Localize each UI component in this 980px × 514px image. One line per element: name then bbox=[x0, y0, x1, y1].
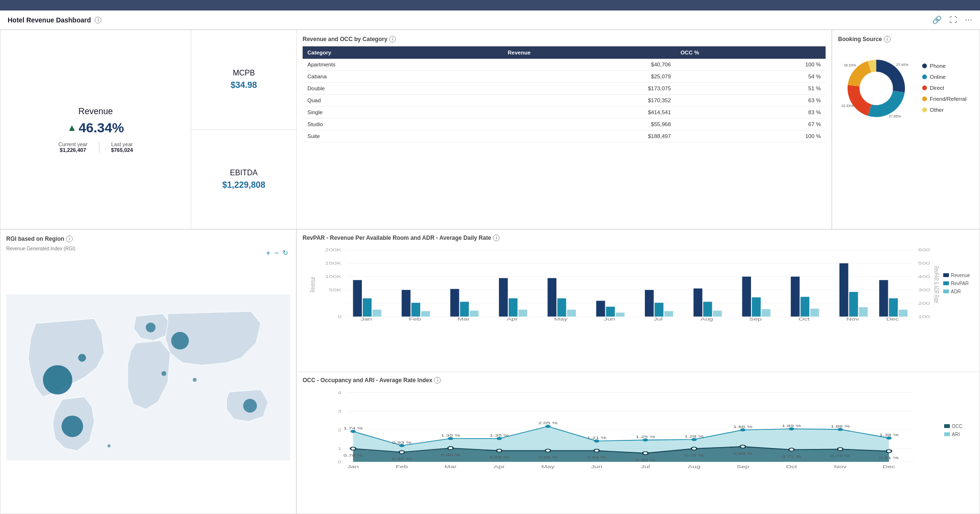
expand-icon[interactable]: ⛶ bbox=[949, 16, 957, 24]
svg-point-94 bbox=[497, 437, 502, 439]
cell-category: Suite bbox=[303, 130, 503, 142]
link-icon[interactable]: 🔗 bbox=[932, 15, 942, 24]
svg-rect-59 bbox=[664, 311, 673, 316]
header: Hotel Revenue Dashboard i 🔗 ⛶ ⋯ bbox=[0, 11, 980, 30]
mcpb-label: MCPB bbox=[233, 69, 255, 77]
info-icon-occ[interactable]: i bbox=[434, 377, 441, 384]
svg-text:0.76 %: 0.76 % bbox=[343, 453, 362, 457]
more-icon[interactable]: ⋯ bbox=[965, 15, 972, 24]
svg-text:1.35 %: 1.35 % bbox=[441, 433, 460, 437]
legend-ari: ARI bbox=[944, 432, 970, 437]
cell-category: Apartments bbox=[303, 59, 503, 71]
svg-text:0.61 %: 0.61 % bbox=[879, 456, 898, 460]
last-year-label: Last year bbox=[111, 141, 133, 147]
svg-text:500: 500 bbox=[918, 261, 930, 266]
svg-text:0.93 %: 0.93 % bbox=[392, 440, 411, 444]
svg-rect-45 bbox=[499, 278, 508, 317]
svg-text:400: 400 bbox=[918, 275, 930, 279]
info-icon-revpar[interactable]: i bbox=[493, 235, 500, 241]
svg-point-124 bbox=[789, 448, 794, 451]
donut-segment-direct[interactable] bbox=[848, 85, 871, 116]
cell-occ: 63 % bbox=[675, 95, 826, 107]
svg-point-95 bbox=[545, 425, 551, 428]
svg-rect-54 bbox=[606, 307, 615, 317]
legend-revpar: RevPAR bbox=[943, 281, 970, 286]
table-row: Cabana$25,07954 % bbox=[303, 71, 826, 83]
svg-rect-43 bbox=[470, 311, 479, 316]
svg-point-98 bbox=[691, 438, 697, 440]
svg-point-92 bbox=[399, 444, 404, 447]
svg-text:Jun: Jun bbox=[604, 317, 615, 321]
col-occ: OCC % bbox=[675, 46, 826, 59]
svg-rect-34 bbox=[363, 298, 371, 316]
svg-text:27.40%: 27.40% bbox=[896, 63, 909, 67]
svg-text:Dec: Dec bbox=[886, 317, 899, 321]
revpar-section: RevPAR - Revenue Per Available Room and … bbox=[297, 230, 980, 372]
svg-point-100 bbox=[789, 427, 794, 430]
cell-revenue: $188,497 bbox=[503, 130, 675, 142]
svg-text:Feb: Feb bbox=[396, 464, 408, 469]
cell-occ: 67 % bbox=[675, 118, 826, 130]
info-icon-map[interactable]: i bbox=[66, 236, 73, 242]
svg-text:1.25 %: 1.25 % bbox=[636, 434, 655, 438]
svg-rect-71 bbox=[810, 309, 819, 317]
svg-rect-35 bbox=[372, 310, 381, 316]
svg-text:1.21 %: 1.21 % bbox=[587, 435, 606, 439]
svg-point-126 bbox=[886, 450, 892, 452]
svg-text:1.88 %: 1.88 % bbox=[830, 424, 849, 428]
svg-rect-77 bbox=[879, 280, 888, 316]
svg-text:Oct: Oct bbox=[786, 464, 797, 469]
table-row: Suite$188,497100 % bbox=[303, 130, 826, 142]
svg-rect-67 bbox=[762, 309, 770, 316]
revpar-svg: 200K 150K 100K 50K 0 Revenue 600 500 400… bbox=[303, 245, 939, 321]
table-row: Double$173,07551 % bbox=[303, 83, 826, 95]
svg-point-118 bbox=[497, 449, 502, 452]
info-icon-booking[interactable]: i bbox=[884, 36, 891, 43]
legend-revenue: Revenue bbox=[943, 273, 970, 278]
revenue-pct-value: 46.34% bbox=[78, 120, 124, 136]
cell-revenue: $55,968 bbox=[503, 118, 675, 130]
cell-category: Single bbox=[303, 107, 503, 118]
svg-text:Aug: Aug bbox=[688, 464, 700, 469]
svg-text:0.57 %: 0.57 % bbox=[392, 457, 411, 460]
svg-text:0.80 %: 0.80 % bbox=[441, 452, 460, 456]
donut-segment-online[interactable] bbox=[868, 91, 904, 117]
zoom-in-icon[interactable]: + bbox=[266, 249, 270, 257]
svg-rect-50 bbox=[557, 298, 566, 316]
revpar-chart: 200K 150K 100K 50K 0 Revenue 600 500 400… bbox=[303, 245, 974, 321]
map-title: RGI based on Region i bbox=[6, 236, 290, 242]
svg-rect-41 bbox=[450, 289, 459, 317]
svg-point-11 bbox=[108, 444, 110, 447]
svg-rect-70 bbox=[801, 297, 809, 316]
svg-text:Jan: Jan bbox=[360, 317, 372, 321]
zoom-out-icon[interactable]: − bbox=[274, 249, 279, 257]
cell-revenue: $170,352 bbox=[503, 95, 675, 107]
cell-occ: 83 % bbox=[675, 107, 826, 118]
svg-text:2: 2 bbox=[338, 428, 342, 432]
svg-point-9 bbox=[162, 371, 166, 376]
svg-text:Oct: Oct bbox=[798, 317, 810, 321]
refresh-icon[interactable]: ↻ bbox=[283, 249, 288, 257]
svg-point-6 bbox=[78, 354, 86, 362]
legend-item-friend-referral: Friend/Referral bbox=[922, 96, 967, 102]
svg-rect-78 bbox=[889, 298, 898, 316]
svg-text:1: 1 bbox=[338, 446, 342, 451]
donut-wrapper: 27.40%27.65%22.33%18.33% PhoneOnlineDire… bbox=[838, 46, 974, 132]
donut-svg: 27.40%27.65%22.33%18.33% bbox=[838, 50, 915, 127]
current-year-value: $1,226,407 bbox=[58, 147, 87, 153]
svg-text:Sep: Sep bbox=[737, 464, 750, 469]
category-title: Revenue and OCC by Category i bbox=[303, 36, 826, 43]
svg-rect-65 bbox=[742, 277, 751, 317]
ebitda-value: $1,229,808 bbox=[222, 180, 265, 190]
current-year-label: Current year bbox=[58, 141, 87, 147]
svg-point-116 bbox=[399, 450, 404, 453]
cell-category: Cabana bbox=[303, 71, 503, 83]
svg-text:4: 4 bbox=[338, 390, 342, 395]
svg-text:27.65%: 27.65% bbox=[889, 114, 901, 118]
svg-text:0.64 %: 0.64 % bbox=[587, 455, 606, 459]
info-icon-header[interactable]: i bbox=[95, 17, 101, 23]
svg-point-119 bbox=[545, 449, 551, 452]
svg-point-8 bbox=[171, 332, 189, 350]
info-icon-category[interactable]: i bbox=[389, 36, 396, 43]
svg-rect-57 bbox=[645, 290, 653, 317]
